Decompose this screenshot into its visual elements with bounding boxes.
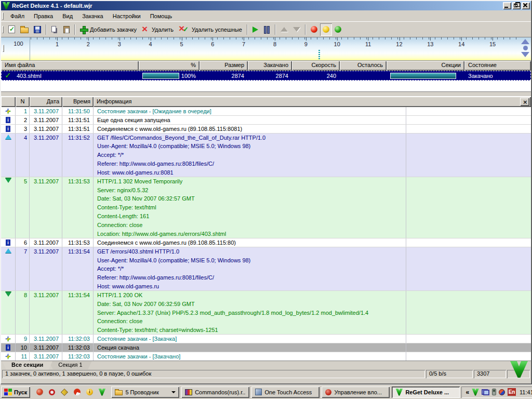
taskbar-button-ReGet Deluxe ...[interactable]: ReGet Deluxe ... bbox=[392, 387, 460, 398]
quick-launch-brushes-icon[interactable] bbox=[60, 388, 69, 397]
column-header-time[interactable]: Время bbox=[62, 97, 94, 107]
quick-launch-red-record-icon[interactable] bbox=[47, 388, 57, 397]
tab-Все секции[interactable]: Все секции bbox=[2, 361, 52, 370]
open-file-button[interactable] bbox=[18, 23, 31, 36]
log-date: 3.11.2007 bbox=[30, 291, 62, 334]
log-date: 3.11.2007 bbox=[30, 107, 62, 115]
status-bar: 1 закачек, 0 активно, 1 завершено, 0 в п… bbox=[1, 369, 531, 379]
log-info-line: Host: www.old-games.ru:8081 bbox=[97, 168, 406, 177]
phone-icon[interactable] bbox=[492, 389, 496, 395]
menu-item-Вид[interactable]: Вид bbox=[58, 12, 77, 20]
taskbar-button-Управление вло...[interactable]: Управление вло... bbox=[322, 387, 390, 398]
move-down-button[interactable] bbox=[290, 23, 303, 36]
cell-Осталось bbox=[340, 71, 387, 81]
restore-button[interactable] bbox=[512, 2, 521, 9]
start-button[interactable] bbox=[250, 23, 261, 36]
column-header-Закачано[interactable]: Закачано bbox=[248, 61, 292, 71]
menu-item-Файл[interactable]: Файл bbox=[6, 12, 29, 20]
column-header-Имя файла[interactable]: Имя файла bbox=[1, 61, 139, 71]
quick-launch-red-globe-icon[interactable] bbox=[35, 388, 44, 397]
column-header-n[interactable]: N bbox=[16, 97, 30, 107]
log-row[interactable]: 73.11.200711:31:54GET /errors/403.shtml … bbox=[1, 247, 531, 291]
scheduler-button[interactable] bbox=[6, 23, 18, 36]
quick-launch-red-swoosh-icon[interactable] bbox=[72, 388, 82, 397]
log-row[interactable]: 13.11.200711:31:50Состояние закачки - [О… bbox=[1, 107, 531, 116]
download-list-header: Имя файла%РазмерЗакачаноСкоростьОсталось… bbox=[1, 61, 531, 71]
log-n: 10 bbox=[16, 343, 30, 352]
close-button[interactable] bbox=[522, 2, 530, 9]
log-row[interactable]: 43.11.200711:31:52GET /files/C/Commandos… bbox=[1, 134, 531, 177]
dialup-icon[interactable] bbox=[499, 389, 505, 395]
column-header-%[interactable]: % bbox=[139, 61, 200, 71]
column-header-info[interactable]: Информация bbox=[94, 97, 531, 107]
column-header-Осталось[interactable]: Осталось bbox=[340, 61, 387, 71]
log-close-button[interactable] bbox=[520, 98, 529, 106]
log-row[interactable]: 83.11.200711:31:54HTTP/1.1 200 OKDate: S… bbox=[1, 291, 531, 335]
toolbar-grip[interactable] bbox=[2, 26, 4, 33]
ruler-mark-1: 1 bbox=[56, 41, 59, 47]
delete-successful-button[interactable]: Удалить успешные bbox=[176, 23, 245, 36]
spin-down-icon[interactable] bbox=[521, 52, 529, 57]
traffic-yellow-button[interactable] bbox=[320, 23, 332, 36]
copy-button[interactable] bbox=[49, 23, 61, 36]
log-date: 3.11.2007 bbox=[30, 116, 62, 124]
minimize-button[interactable] bbox=[503, 2, 511, 9]
start-button[interactable]: Пуск bbox=[1, 387, 30, 398]
log-row[interactable]: 33.11.200711:31:51Соединяемся с www.old-… bbox=[1, 125, 531, 134]
log-info-line: Referer: http://www.old-games.ru:8081/fi… bbox=[97, 159, 406, 168]
add-download-button[interactable]: Добавить закачку bbox=[77, 23, 139, 36]
dropdown-arrow-icon[interactable] bbox=[171, 391, 176, 393]
column-header-date[interactable]: Дата bbox=[30, 97, 62, 107]
column-header-Состояние[interactable]: Состояние bbox=[464, 61, 531, 71]
download-row[interactable]: 403.shtml100%28742874240Закачано bbox=[1, 71, 531, 81]
menu-item-Правка[interactable]: Правка bbox=[29, 12, 58, 20]
speed-marker[interactable] bbox=[318, 50, 320, 59]
traffic-red-button[interactable] bbox=[308, 23, 320, 36]
log-row[interactable]: 93.11.200711:32:03Состояние закачки - [З… bbox=[1, 335, 531, 343]
save-icon bbox=[34, 26, 41, 33]
ruler-grip[interactable] bbox=[3, 45, 4, 52]
quick-launch-info-ball-icon[interactable] bbox=[85, 388, 94, 397]
reget-arrow-icon[interactable] bbox=[472, 389, 479, 396]
log-row[interactable]: 23.11.200711:31:51Еще одна секция запуще… bbox=[1, 116, 531, 125]
column-header-Скорость[interactable]: Скорость bbox=[292, 61, 340, 71]
menu-item-Настройки[interactable]: Настройки bbox=[108, 12, 145, 20]
start-label: Пуск bbox=[14, 389, 27, 395]
ruler-mark-4: 4 bbox=[149, 41, 152, 47]
menu-item-Закачка[interactable]: Закачка bbox=[77, 12, 108, 20]
spin-dot-icon[interactable] bbox=[523, 46, 528, 50]
language-indicator[interactable]: En bbox=[508, 388, 516, 396]
taskbar-button-Commandos(rus).r...[interactable]: Commandos(rus).r... bbox=[181, 387, 249, 398]
quick-launch-reget-arrow-icon[interactable] bbox=[97, 388, 107, 397]
move-up-button[interactable] bbox=[278, 23, 290, 36]
save-file-button[interactable] bbox=[31, 23, 44, 36]
tray-chevron[interactable]: « bbox=[466, 389, 469, 396]
log-row[interactable]: 53.11.200711:31:53HTTP/1.1 302 Moved Tem… bbox=[1, 177, 531, 238]
delete-label: Удалить bbox=[152, 26, 174, 33]
taskbar-buttons: 5 ПроводникCommandos(rus).r...One Touch … bbox=[111, 387, 460, 398]
column-header-Секции[interactable]: Секции bbox=[387, 61, 464, 71]
paste-button[interactable] bbox=[61, 23, 72, 36]
delete-button[interactable]: Удалить bbox=[139, 23, 176, 36]
column-header-icon[interactable] bbox=[1, 97, 16, 107]
tab-Секция 1[interactable]: Секция 1 bbox=[49, 361, 91, 370]
column-header-Размер[interactable]: Размер bbox=[200, 61, 248, 71]
minimize-icon bbox=[504, 7, 508, 8]
splitter[interactable] bbox=[1, 92, 531, 97]
spin-up-icon[interactable] bbox=[521, 39, 529, 44]
network-icon[interactable] bbox=[482, 389, 489, 395]
taskbar-button-5 Проводник[interactable]: 5 Проводник bbox=[111, 387, 179, 398]
taskbar-button-One Touch Access[interactable]: One Touch Access bbox=[251, 387, 320, 398]
log-row[interactable]: 63.11.200711:31:53Соединяемся с www.old-… bbox=[1, 238, 531, 247]
log-row[interactable]: 103.11.200711:32:03Секция скачана bbox=[1, 343, 531, 352]
menu-item-Помощь[interactable]: Помощь bbox=[145, 12, 177, 20]
menu-grip[interactable] bbox=[2, 12, 4, 20]
log-info-line: HTTP/1.1 302 Moved Temporarily bbox=[97, 177, 406, 186]
log-row[interactable]: 113.11.200711:32:03Состояние закачки - [… bbox=[1, 352, 531, 361]
restore-icon bbox=[514, 4, 517, 7]
speed-ruler: 100 123456789101112131415 bbox=[1, 37, 531, 61]
traffic-green-button[interactable] bbox=[332, 23, 344, 36]
log-icon-cell bbox=[1, 352, 16, 361]
log-info-line: Host: www.old-games.ru bbox=[97, 282, 406, 290]
pause-button[interactable] bbox=[261, 23, 273, 36]
